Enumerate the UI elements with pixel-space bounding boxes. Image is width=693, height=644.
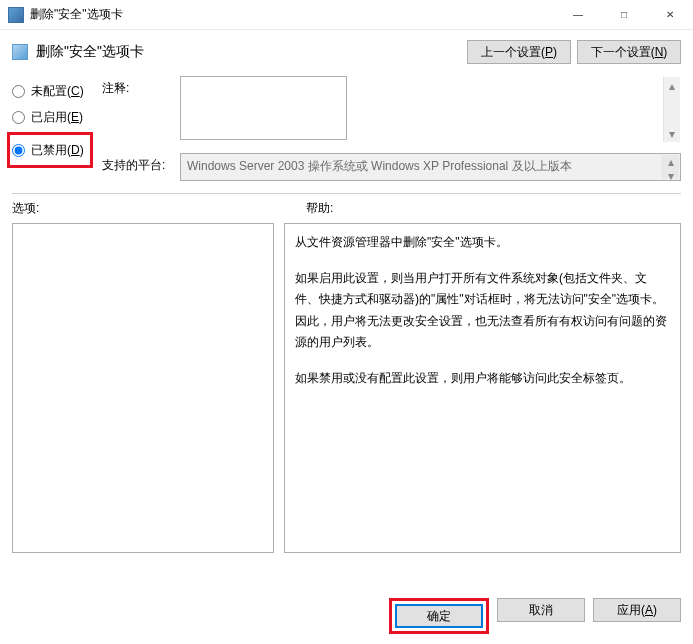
titlebar: 删除"安全"选项卡 — □ ✕ (0, 0, 693, 30)
config-area: 未配置(C) 已启用(E) 已禁用(D) 注释: ▴ ▾ (0, 72, 693, 181)
scrollbar: ▴ ▾ (662, 155, 679, 179)
radio-label: 已启用(E) (31, 109, 83, 126)
radio-not-configured[interactable]: 未配置(C) (12, 78, 102, 104)
cancel-button[interactable]: 取消 (497, 598, 585, 622)
help-paragraph-2: 如果启用此设置，则当用户打开所有文件系统对象(包括文件夹、文件、快捷方式和驱动器… (295, 268, 670, 354)
button-label: 下一个设置(N) (591, 45, 668, 59)
header-row: 删除"安全"选项卡 上一个设置(P) 下一个设置(N) (0, 30, 693, 72)
highlight-disabled: 已禁用(D) (7, 132, 93, 168)
radio-group: 未配置(C) 已启用(E) 已禁用(D) (12, 76, 102, 181)
radio-enabled[interactable]: 已启用(E) (12, 104, 102, 130)
labels-row: 选项: 帮助: (0, 200, 693, 217)
help-label: 帮助: (306, 200, 681, 217)
platform-text: Windows Server 2003 操作系统或 Windows XP Pro… (187, 159, 572, 173)
options-pane (12, 223, 274, 553)
previous-setting-button[interactable]: 上一个设置(P) (467, 40, 571, 64)
button-label: 上一个设置(P) (481, 45, 557, 59)
app-icon (8, 7, 24, 23)
radio-label: 已禁用(D) (31, 142, 84, 159)
radio-label: 未配置(C) (31, 83, 84, 100)
config-right: 注释: ▴ ▾ 支持的平台: Windows Server 2003 操作系统或… (102, 76, 681, 181)
comment-label: 注释: (102, 76, 172, 97)
help-pane[interactable]: 从文件资源管理器中删除"安全"选项卡。 如果启用此设置，则当用户打开所有文件系统… (284, 223, 681, 553)
scroll-up-icon[interactable]: ▴ (664, 77, 680, 94)
comment-wrapper: ▴ ▾ (180, 76, 681, 143)
radio-input[interactable] (12, 144, 25, 157)
comment-textarea[interactable] (180, 76, 347, 140)
apply-button[interactable]: 应用(A) (593, 598, 681, 622)
radio-disabled[interactable]: 已禁用(D) (12, 137, 88, 163)
platform-label: 支持的平台: (102, 153, 172, 174)
scroll-down-icon: ▾ (663, 169, 679, 183)
options-label: 选项: (12, 200, 306, 217)
platform-row: 支持的平台: Windows Server 2003 操作系统或 Windows… (102, 153, 681, 181)
scrollbar[interactable]: ▴ ▾ (663, 77, 680, 142)
platform-value: Windows Server 2003 操作系统或 Windows XP Pro… (180, 153, 681, 181)
help-paragraph-1: 从文件资源管理器中删除"安全"选项卡。 (295, 232, 670, 254)
highlight-ok: 确定 (389, 598, 489, 634)
policy-icon (12, 44, 28, 60)
comment-row: 注释: ▴ ▾ (102, 76, 681, 143)
window-title: 删除"安全"选项卡 (30, 6, 555, 23)
scroll-down-icon[interactable]: ▾ (664, 125, 680, 142)
panes: 从文件资源管理器中删除"安全"选项卡。 如果启用此设置，则当用户打开所有文件系统… (0, 217, 693, 553)
scroll-track[interactable] (664, 94, 680, 125)
next-setting-button[interactable]: 下一个设置(N) (577, 40, 681, 64)
divider (12, 193, 681, 194)
scroll-up-icon: ▴ (663, 155, 679, 169)
footer: 确定 取消 应用(A) (389, 598, 681, 634)
ok-button[interactable]: 确定 (395, 604, 483, 628)
maximize-button[interactable]: □ (601, 0, 647, 30)
policy-title: 删除"安全"选项卡 (36, 43, 461, 61)
button-label: 应用(A) (617, 603, 657, 617)
close-button[interactable]: ✕ (647, 0, 693, 30)
window-controls: — □ ✕ (555, 0, 693, 30)
radio-input[interactable] (12, 111, 25, 124)
radio-input[interactable] (12, 85, 25, 98)
help-paragraph-3: 如果禁用或没有配置此设置，则用户将能够访问此安全标签页。 (295, 368, 670, 390)
minimize-button[interactable]: — (555, 0, 601, 30)
